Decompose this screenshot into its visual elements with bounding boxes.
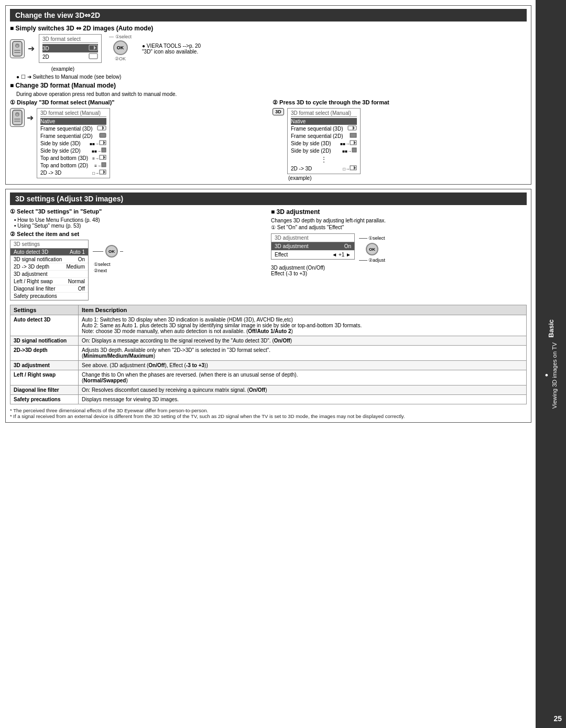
svg-rect-18 xyxy=(102,148,106,152)
manual-row-tab3d: Top and bottom (3D) ≡→ xyxy=(40,154,106,162)
svg-rect-21 xyxy=(102,163,106,167)
3d-icon: 3D xyxy=(273,108,284,115)
settings-box-title: 3D settings xyxy=(10,240,88,249)
viera-tools-note: ● VIERA TOOLS -->p. 20 "3D" icon also av… xyxy=(142,43,201,55)
table-row: Left / Right swap Change this to On when… xyxy=(10,370,527,386)
manual2-row-sbs3d: Side by side (3D) ■■→ xyxy=(291,140,357,147)
table-header-desc: Item Description xyxy=(79,305,527,315)
3d-adj-title: ■ 3D adjustment xyxy=(271,208,527,216)
manual-step2: ② Press 3D to cycle through the 3D forma… xyxy=(273,99,527,181)
manual-row-fs3d: Frame sequential (3D) xyxy=(40,125,106,132)
example-label2: (example) xyxy=(288,175,527,181)
svg-marker-20 xyxy=(103,155,105,159)
ok-btn-adj: OK xyxy=(366,243,378,255)
section1-title: Change the view 3D⇔2D xyxy=(10,9,527,22)
manual-format-title2: 3D format select (Manual) xyxy=(291,110,357,117)
format-select-title: 3D format select xyxy=(42,36,98,43)
tr6-desc: On: Resolves discomfort caused by receiv… xyxy=(79,386,527,395)
svg-rect-13 xyxy=(97,126,106,130)
adj-step: ① Set "On" and adjusts "Effect" xyxy=(271,224,527,230)
tr2-setting: 3D signal notification xyxy=(14,338,67,344)
step1-title: ① Display "3D format select (Manual)" xyxy=(10,99,264,106)
manual-row-sbs3d: Side by side (3D) ■■→ xyxy=(40,140,106,147)
tr4-setting: 3D adjustment xyxy=(14,362,50,368)
select-item-title: ② Select the item and set xyxy=(10,231,266,238)
adjustment-box: 3D adjustment 3D adjustmentOn Effect◄ +1… xyxy=(271,233,355,260)
svg-rect-3 xyxy=(14,52,20,53)
tr4-desc: See above. (3D adjustment (On/Off), Effe… xyxy=(79,361,527,370)
manual2-row-sbs2d: Side by side (2D) ■■→ xyxy=(291,147,357,154)
tr7-desc: Displays message for viewing 3D images. xyxy=(79,395,527,404)
svg-rect-24 xyxy=(348,126,356,130)
tr5-desc: Change this to On when the phases are re… xyxy=(79,370,527,386)
adj-desc: Changes 3D depth by adjusting left-right… xyxy=(271,218,527,223)
tr2-desc: On: Displays a message according to the … xyxy=(79,336,527,346)
adj-box-title: 3D adjustment xyxy=(271,234,354,242)
svg-marker-28 xyxy=(354,141,356,145)
manual2-row-native: Native xyxy=(291,118,357,125)
manual-mode-title: ■ Change 3D format (Manual mode) xyxy=(10,82,527,89)
adj-select-label: ①select xyxy=(368,235,385,241)
manual-step1: ① Display "3D format select (Manual)" R xyxy=(10,99,264,181)
adj-row-onoff: 3D adjustmentOn xyxy=(271,242,354,251)
footnote-2: * If a signal received from an external … xyxy=(10,413,527,419)
manual-two-col: ① Display "3D format select (Manual)" R xyxy=(10,99,527,181)
settings-two-col: ① Select "3D settings" in "Setup" • How … xyxy=(10,208,527,301)
svg-rect-2 xyxy=(14,50,20,51)
manual-row-native: Native xyxy=(40,118,106,125)
sidebar-basic: Basic xyxy=(547,319,555,338)
section2-box: 3D settings (Adjust 3D images) ① Select … xyxy=(5,189,531,423)
manual-format-title: 3D format select (Manual) xyxy=(40,110,106,117)
right-sidebar: Basic ● Viewing 3D images on TV 25 xyxy=(536,0,566,728)
ok-button: OK xyxy=(113,40,128,55)
adj-row-effect: Effect◄ +1 ► xyxy=(271,251,354,259)
sbox-safety: Safety precautions xyxy=(10,293,88,300)
info-table: Settings Item Description Auto detect 3D… xyxy=(10,305,527,404)
step2-title: ② Press 3D to cycle through the 3D forma… xyxy=(273,99,527,106)
footnote-1: * The perceived three dimensional effect… xyxy=(10,408,527,413)
select-settings-title: ① Select "3D settings" in "Setup" xyxy=(10,208,266,215)
svg-rect-5 xyxy=(89,45,97,50)
ok-btn-settings: OK xyxy=(105,245,118,258)
tr5-setting: Left / Right swap xyxy=(14,372,56,378)
next-label: ②next xyxy=(94,268,123,273)
tr3-desc: Adjusts 3D depth. Available only when "2… xyxy=(79,346,527,361)
table-header-settings: Settings xyxy=(10,305,79,315)
sbox-3d-adj: 3D adjustment xyxy=(10,271,88,278)
adj-desc3: Effect (-3 to +3) xyxy=(271,271,527,276)
manual-row-tab2d: Top and bottom (2D) ≡→ xyxy=(40,162,106,169)
auto-mode-title: ■ Simply switches 3D ⇔ 2D images (Auto m… xyxy=(10,25,527,32)
svg-text:R: R xyxy=(16,113,18,116)
svg-marker-17 xyxy=(103,141,105,145)
table-row: 3D adjustment See above. (3D adjustment … xyxy=(10,361,527,370)
section1-box: Change the view 3D⇔2D ■ Simply switches … xyxy=(5,5,531,185)
remote-icon-2: R xyxy=(10,108,25,127)
svg-rect-7 xyxy=(89,53,97,59)
settings-right-col: ■ 3D adjustment Changes 3D depth by adju… xyxy=(271,208,527,301)
manual-row-fs2d: Frame sequential (2D) xyxy=(40,132,106,140)
format-row-2d: 2D xyxy=(42,52,98,61)
svg-marker-31 xyxy=(354,166,356,170)
adj-desc2: 3D adjustment (On/Off) xyxy=(271,265,527,271)
sidebar-viewing: ● Viewing 3D images on TV xyxy=(543,342,559,409)
table-row: 2D->3D depth Adjusts 3D depth. Available… xyxy=(10,346,527,361)
format-select-auto: 3D format select 3D 2D xyxy=(39,34,102,63)
adj-adjust-label: ②adjust xyxy=(368,258,385,263)
sbox-auto-detect: Auto detect 3DAuto 1 xyxy=(10,249,88,256)
sbox-lr-swap: Left / Right swapNormal xyxy=(10,278,88,285)
sbox-diag-filter: Diagonal line filterOff xyxy=(10,285,88,293)
svg-text:R: R xyxy=(16,45,18,48)
svg-rect-15 xyxy=(100,133,106,137)
settings-left-col: ① Select "3D settings" in "Setup" • How … xyxy=(10,208,266,301)
manual-row-sbs2d: Side by side (2D) ■■→ xyxy=(40,147,106,154)
svg-marker-25 xyxy=(353,126,355,130)
auto-note: ● ☐ ➜ Switches to Manual mode (see below… xyxy=(16,74,527,80)
table-row: Safety precautions Displays message for … xyxy=(10,395,527,404)
manual-row-2d3d: 2D -> 3D □→ xyxy=(40,169,106,176)
sbox-2d3d-depth: 2D -> 3D depthMedium xyxy=(10,263,88,271)
tr3-setting: 2D->3D depth xyxy=(14,347,48,353)
footnotes: * The perceived three dimensional effect… xyxy=(10,408,527,419)
manual2-row-fs3d: Frame sequential (3D) xyxy=(291,125,357,132)
manual2-row-fs2d: Frame sequential (2D) xyxy=(291,132,357,140)
tr6-setting: Diagonal line filter xyxy=(14,387,59,393)
